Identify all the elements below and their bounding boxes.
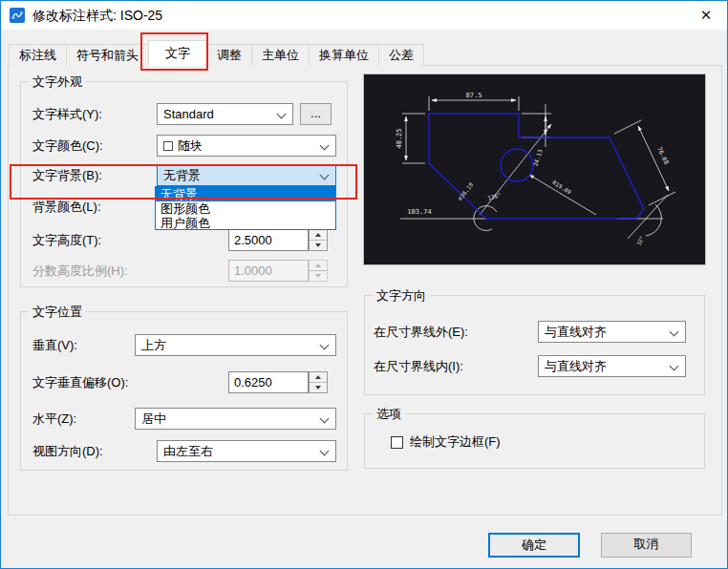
- chevron-down-icon: [320, 447, 330, 456]
- offset-input[interactable]: 0.6250: [228, 371, 309, 393]
- text-style-label: 文字样式(Y):: [32, 103, 102, 125]
- fraction-scale-label: 分数高度比例(H):: [32, 260, 128, 282]
- chevron-down-icon: [320, 414, 330, 424]
- dim-label-radius: R19.09: [551, 179, 572, 196]
- offset-label: 文字垂直偏移(O):: [32, 371, 128, 393]
- dim-label-angle2: 32°: [635, 235, 645, 246]
- text-color-combobox[interactable]: 随块: [157, 135, 336, 157]
- text-fill-value: 无背景: [163, 168, 201, 182]
- group-text-direction: 文字方向: [364, 295, 705, 395]
- style-preview: 87.5 48.25 103.74 136° ⌀36.10 24.13 R19.…: [363, 74, 706, 265]
- stepper-up-icon: [310, 261, 327, 271]
- text-fill-combobox[interactable]: 无背景: [157, 164, 336, 186]
- vertical-value: 上方: [141, 338, 166, 352]
- dim-label-top: 87.5: [466, 92, 482, 99]
- cancel-button[interactable]: 取消: [601, 533, 692, 558]
- tab-alternate-units[interactable]: 换算单位: [309, 44, 379, 66]
- text-fill-dropdown-list: 无背景 图形颜色 用户颜色: [155, 186, 336, 230]
- dialog-title: 修改标注样式: ISO-25: [32, 1, 162, 30]
- vertical-label: 垂直(V):: [32, 334, 77, 356]
- text-height-input[interactable]: 2.5000: [228, 229, 309, 251]
- preview-drawing: 87.5 48.25 103.74 136° ⌀36.10 24.13 R19.…: [364, 74, 705, 264]
- inside-extension-label: 在尺寸界线内(I):: [374, 355, 463, 377]
- chevron-down-icon: [320, 341, 330, 350]
- text-height-stepper[interactable]: [309, 229, 328, 251]
- outside-extension-label: 在尺寸界线外(E):: [374, 321, 468, 343]
- stepper-down-icon: [310, 271, 327, 282]
- group-text-placement-title: 文字位置: [29, 305, 86, 320]
- dim-label-right: 76.08: [655, 146, 671, 166]
- modify-dimension-style-dialog: 修改标注样式: ISO-25 ✕ 标注线 符号和箭头 文字 调整 主单位 换算单…: [0, 0, 728, 569]
- group-text-direction-title: 文字方向: [373, 288, 430, 304]
- tab-primary-units[interactable]: 主单位: [251, 44, 310, 66]
- horizontal-value: 居中: [141, 411, 166, 426]
- outside-extension-value: 与直线对齐: [545, 325, 607, 339]
- chevron-down-icon: [320, 171, 330, 180]
- tab-text[interactable]: 文字: [148, 40, 207, 66]
- tab-fit[interactable]: 调整: [206, 44, 252, 66]
- stepper-up-icon[interactable]: [310, 230, 327, 241]
- fraction-scale-input: 1.0000: [228, 260, 309, 282]
- byblock-color-swatch: [163, 141, 173, 151]
- view-direction-label: 视图方向(D):: [32, 440, 103, 462]
- stepper-down-icon[interactable]: [310, 241, 327, 251]
- group-options-title: 选项: [373, 407, 405, 422]
- dim-label-angle: 136°: [486, 191, 502, 201]
- chevron-down-icon: [670, 327, 679, 337]
- text-color-label: 文字颜色(C):: [32, 135, 103, 157]
- text-fill-label: 文字背景(B):: [32, 164, 102, 186]
- view-direction-value: 由左至右: [163, 444, 213, 458]
- stepper-down-icon[interactable]: [310, 383, 327, 393]
- tab-strip: 标注线 符号和箭头 文字 调整 主单位 换算单位 公差: [9, 40, 423, 66]
- close-button[interactable]: ✕: [684, 1, 728, 30]
- text-height-label: 文字高度(T):: [32, 229, 101, 251]
- fill-option-drawing-color[interactable]: 图形颜色: [156, 201, 335, 216]
- background-color-label: 背景颜色(L):: [32, 196, 101, 218]
- inside-extension-combobox[interactable]: 与直线对齐: [538, 355, 686, 377]
- horizontal-combobox[interactable]: 居中: [135, 408, 336, 430]
- outside-extension-combobox[interactable]: 与直线对齐: [538, 321, 686, 343]
- ok-button[interactable]: 确定: [488, 533, 580, 558]
- inside-extension-value: 与直线对齐: [545, 359, 607, 373]
- chevron-down-icon: [277, 110, 287, 119]
- chevron-down-icon: [670, 362, 679, 371]
- tab-tolerances[interactable]: 公差: [378, 44, 424, 66]
- text-style-combobox[interactable]: Standard: [157, 103, 293, 125]
- dim-label-step: 24.13: [532, 148, 544, 167]
- dim-label-bottom-left: 103.74: [407, 208, 431, 216]
- stepper-up-icon[interactable]: [310, 372, 327, 383]
- chevron-down-icon: [320, 141, 330, 151]
- fill-option-user-color[interactable]: 用户颜色: [156, 216, 335, 230]
- tab-symbols-arrows[interactable]: 符号和箭头: [66, 44, 149, 66]
- vertical-combobox[interactable]: 上方: [135, 334, 336, 356]
- horizontal-label: 水平(Z):: [32, 408, 76, 430]
- text-style-value: Standard: [163, 107, 214, 121]
- fraction-scale-stepper: [309, 260, 328, 282]
- view-direction-combobox[interactable]: 由左至右: [157, 440, 336, 462]
- tab-lines[interactable]: 标注线: [9, 44, 67, 66]
- title-bar: 修改标注样式: ISO-25 ✕: [2, 1, 728, 30]
- app-icon: [10, 8, 25, 23]
- text-color-value: 随块: [178, 138, 203, 153]
- text-style-more-button[interactable]: ...: [300, 103, 332, 125]
- fill-option-none[interactable]: 无背景: [156, 187, 335, 201]
- draw-text-frame-checkbox[interactable]: [391, 436, 403, 449]
- offset-stepper[interactable]: [309, 371, 328, 393]
- draw-text-frame-label: 绘制文字边框(F): [410, 432, 501, 452]
- group-text-appearance-title: 文字外观: [29, 74, 86, 90]
- dim-label-left: 48.25: [396, 128, 403, 148]
